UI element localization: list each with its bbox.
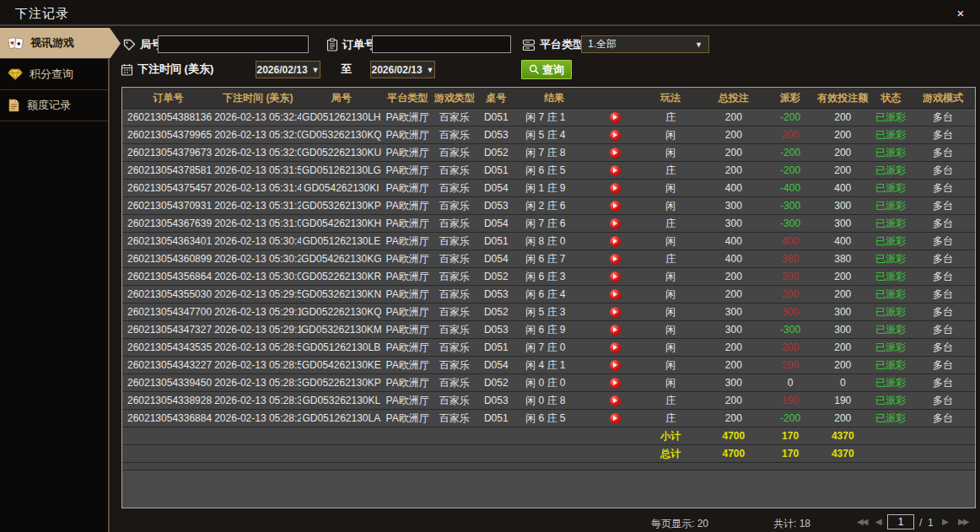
bet-time: 2026-02-13 05:31:21 [214, 197, 301, 214]
order-id: 260213054367639 [122, 215, 214, 232]
bet-type: 闲 [639, 339, 703, 356]
game-type: 百家乐 [433, 339, 476, 356]
order-id: 260213054338928 [122, 392, 214, 409]
grand-total-row: 总计47001704370 [122, 445, 975, 463]
valid-bet: 200 [816, 109, 870, 126]
platform-type: PA欧洲厅 [381, 286, 433, 303]
table-number: D054 [476, 357, 518, 373]
bet-time: 2026-02-13 05:29:14 [214, 321, 301, 338]
play-cell [591, 410, 639, 427]
table-row: 2602130543754572026-02-13 05:31:42GD0542… [122, 180, 975, 197]
platform-type: PA欧洲厅 [381, 357, 433, 373]
total-bet: 200 [702, 286, 765, 303]
totals-label: 总计 [639, 445, 703, 462]
date-from-value: 2026/02/13 [257, 64, 308, 76]
play-video-icon[interactable] [610, 201, 621, 212]
search-button[interactable]: 查询 [521, 60, 572, 79]
play-video-icon[interactable] [610, 360, 621, 371]
close-icon[interactable]: × [951, 5, 970, 22]
table-row: 2602130543568642026-02-13 05:30:04GD0522… [122, 268, 975, 286]
play-video-icon[interactable] [610, 148, 621, 159]
valid-bet: 190 [816, 392, 870, 409]
total-bet: 200 [702, 162, 765, 179]
round-id: GD052262130KQ [301, 304, 381, 320]
column-header-round-id: 局号 [301, 88, 381, 108]
round-id: GD054262130KH [301, 215, 381, 232]
game-type: 百家乐 [433, 374, 476, 391]
total-bet: 400 [702, 233, 765, 250]
bet-type: 闲 [639, 268, 703, 285]
status: 已派彩 [870, 126, 913, 143]
result: 闲 6 庄 9 [517, 321, 591, 338]
last-page-icon[interactable]: ▶▶ [958, 517, 967, 526]
play-video-icon[interactable] [610, 112, 621, 123]
next-page-icon[interactable]: ▶ [942, 517, 947, 526]
game-type: 百家乐 [433, 250, 476, 267]
play-video-icon[interactable] [610, 254, 621, 265]
play-video-icon[interactable] [610, 325, 621, 336]
bet-time: 2026-02-13 05:28:51 [214, 357, 301, 373]
play-video-icon[interactable] [610, 413, 621, 424]
bet-type: 闲 [639, 357, 703, 373]
order-id-input[interactable] [372, 35, 511, 53]
play-video-icon[interactable] [610, 395, 621, 406]
bet-time [214, 427, 301, 444]
platform-type-select[interactable]: 1.全部 ▼ [581, 35, 709, 53]
game-mode: 多台 [912, 144, 974, 161]
result [517, 427, 591, 444]
date-to-picker[interactable]: 2026/02/13 ▼ [370, 61, 435, 78]
game-mode: 多台 [912, 162, 974, 179]
title-bar: 下注记录 × [0, 0, 980, 26]
platform-type: PA欧洲厅 [381, 304, 433, 320]
first-page-icon[interactable]: ◀◀ [857, 517, 866, 526]
play-video-icon[interactable] [610, 183, 621, 194]
platform-type-value: 1.全部 [588, 37, 617, 51]
column-header-play-cell [591, 88, 639, 108]
order-id: 260213054360899 [122, 250, 214, 267]
game-mode: 多台 [912, 109, 974, 126]
play-video-icon[interactable] [610, 236, 621, 247]
play-video-icon[interactable] [610, 289, 621, 300]
round-id: GD053262130KP [301, 197, 381, 214]
platform-type: PA欧洲厅 [381, 126, 433, 143]
table-number: D053 [476, 126, 518, 143]
play-video-icon[interactable] [610, 307, 621, 318]
game-type: 百家乐 [433, 392, 476, 409]
table-body: 2602130543881362026-02-13 05:32:49GD0512… [122, 109, 975, 427]
table-row: 2602130543435352026-02-13 05:28:52GD0512… [122, 339, 975, 357]
order-id: 260213054379673 [122, 144, 214, 161]
total-bet: 300 [702, 321, 765, 338]
play-video-icon[interactable] [610, 130, 621, 141]
order-id-label-group: 订单号 [326, 37, 375, 52]
subtotal-row: 小计47001704370 [122, 427, 975, 445]
sidebar-item-credit-records[interactable]: 额度记录 [0, 90, 108, 121]
sidebar-item-video-games[interactable]: ♥ ♠ 视讯游戏 [0, 28, 121, 59]
search-button-label: 查询 [542, 62, 564, 78]
prev-page-icon[interactable]: ◀ [875, 517, 880, 526]
game-mode: 多台 [912, 233, 974, 250]
play-video-icon[interactable] [610, 271, 621, 282]
valid-bet: 200 [816, 162, 870, 179]
play-video-icon[interactable] [610, 378, 621, 389]
payout: -200 [765, 109, 816, 126]
payout: 190 [765, 392, 816, 409]
table-header-row: 订单号下注时间 (美东)局号平台类型游戏类型桌号结果玩法总投注派彩有效投注额状态… [122, 88, 975, 109]
column-header-valid-bet: 有效投注额 [816, 88, 870, 108]
status [870, 427, 913, 444]
round-id: GD053262130KM [301, 321, 381, 338]
round-id: GD051262130LB [301, 339, 381, 356]
play-video-icon[interactable] [610, 165, 621, 176]
round-id-input[interactable] [158, 35, 309, 53]
bet-time: 2026-02-13 05:30:04 [214, 268, 301, 285]
play-video-icon[interactable] [610, 342, 621, 353]
betting-records-window: 下注记录 × ♥ ♠ 视讯游戏 积分查询 额度记录 [0, 0, 980, 532]
sidebar-item-points-query[interactable]: 积分查询 [0, 59, 108, 90]
bet-type: 庄 [639, 250, 703, 267]
round-id: GD054262130KG [301, 250, 381, 267]
result: 闲 6 庄 5 [517, 410, 591, 427]
valid-bet: 300 [816, 304, 870, 320]
page-number-input[interactable]: 1 [887, 514, 914, 529]
play-video-icon[interactable] [610, 218, 621, 229]
game-mode: 多台 [912, 286, 974, 303]
date-from-picker[interactable]: 2026/02/13 ▼ [256, 61, 320, 78]
